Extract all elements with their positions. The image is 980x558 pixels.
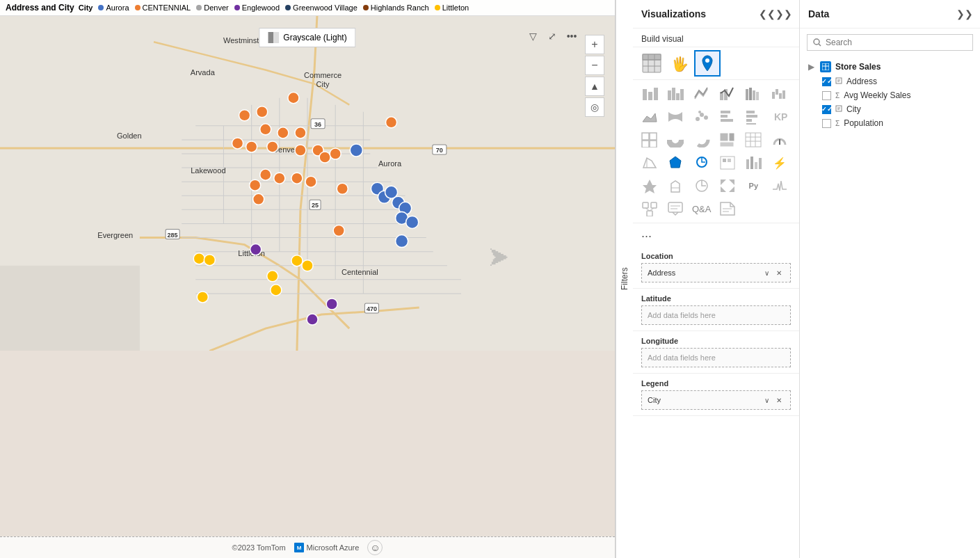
viz-custom1[interactable] — [664, 175, 686, 197]
data-panel-expand[interactable]: ❯❯ — [958, 7, 972, 21]
city-dot-35[interactable] — [302, 260, 313, 271]
city-dot-8[interactable] — [232, 138, 243, 149]
search-input[interactable] — [826, 38, 967, 47]
store-sales-table[interactable]: ▶ Store Sales — [805, 59, 974, 74]
viz-treemap[interactable] — [716, 129, 739, 151]
viz-py[interactable]: Py — [742, 175, 764, 197]
viz-bar-chart[interactable] — [664, 83, 686, 105]
viz-ribbon-chart[interactable] — [742, 83, 764, 105]
viz-map-icon[interactable] — [694, 50, 721, 77]
viz-expand[interactable] — [716, 175, 739, 197]
location-expand[interactable]: ∨ — [761, 267, 772, 278]
filters-panel[interactable]: Filters — [616, 0, 633, 558]
city-dot-37[interactable] — [271, 285, 282, 296]
city-dot-30[interactable] — [396, 235, 408, 248]
viz-waterfall[interactable] — [769, 83, 791, 105]
expand-icon[interactable]: ⤢ — [544, 28, 561, 45]
city-dot-10[interactable] — [267, 141, 278, 152]
city-dot-22[interactable] — [260, 169, 271, 180]
city-dot-13[interactable] — [319, 152, 330, 163]
city-dot-28[interactable] — [253, 193, 264, 205]
field-checkbox[interactable]: ✓ — [822, 77, 831, 86]
city-dot-23[interactable] — [274, 173, 285, 184]
city-dot-39[interactable] — [326, 298, 337, 310]
city-dot-1[interactable] — [239, 110, 250, 121]
city-dot-4[interactable] — [260, 124, 271, 135]
viz-smart-narr[interactable] — [664, 198, 686, 220]
viz-qa[interactable]: Q&A — [691, 198, 713, 220]
field-item-avg-weekly-sales[interactable]: ΣAvg Weekly Sales — [805, 88, 974, 102]
legend-remove[interactable]: ✕ — [773, 394, 785, 406]
viz-decomp[interactable] — [638, 198, 661, 220]
city-dot-7[interactable] — [350, 144, 362, 157]
viz-more-button[interactable]: ... — [633, 223, 799, 246]
viz-custom2[interactable] — [691, 175, 713, 197]
zoom-in-button[interactable]: + — [585, 35, 604, 54]
viz-map2[interactable] — [638, 152, 661, 174]
field-checkbox[interactable]: ✓ — [822, 105, 831, 114]
field-checkbox[interactable] — [822, 119, 831, 128]
viz-lightning[interactable]: ⚡ — [769, 152, 791, 174]
field-checkbox[interactable] — [822, 91, 831, 100]
city-dot-0[interactable] — [288, 93, 299, 104]
filter-icon[interactable]: ▽ — [524, 28, 541, 45]
field-item-address[interactable]: ✓Address — [805, 74, 974, 88]
grayscale-button[interactable]: Grayscale (Light) — [259, 28, 355, 47]
viz-bar3[interactable] — [742, 152, 764, 174]
viz-combo-chart[interactable] — [716, 83, 739, 105]
viz-table2[interactable] — [742, 129, 764, 151]
city-dot-29[interactable] — [333, 225, 344, 236]
city-dot-33[interactable] — [204, 255, 215, 266]
smiley-button[interactable]: ☺ — [367, 540, 383, 555]
city-dot-26[interactable] — [337, 183, 348, 194]
city-dot-5[interactable] — [278, 127, 289, 138]
viz-hand-icon[interactable]: 🖐 — [666, 50, 693, 77]
viz-scatter[interactable] — [691, 106, 713, 128]
legend-field[interactable]: City ∨ ✕ — [641, 390, 791, 410]
viz-matrix[interactable] — [638, 129, 661, 151]
viz-bar-horiz[interactable] — [716, 106, 739, 128]
viz-paginated[interactable] — [716, 198, 739, 220]
viz-donut[interactable] — [691, 129, 713, 151]
city-dot-36[interactable] — [267, 271, 278, 282]
viz-stacked-bar[interactable] — [638, 83, 661, 105]
compass-button[interactable]: ▲ — [585, 77, 604, 96]
latitude-placeholder[interactable]: Add data fields here — [641, 305, 791, 325]
viz-smart[interactable] — [638, 175, 661, 197]
city-dot-27[interactable] — [250, 180, 261, 191]
viz-azure-map[interactable] — [691, 152, 713, 174]
zoom-out-button[interactable]: − — [585, 56, 604, 75]
city-dot-21[interactable] — [406, 216, 419, 228]
city-dot-38[interactable] — [197, 292, 208, 303]
city-dot-6[interactable] — [295, 127, 306, 138]
legend-expand[interactable]: ∨ — [761, 394, 772, 406]
city-dot-25[interactable] — [305, 176, 316, 187]
city-dot-9[interactable] — [246, 141, 257, 152]
viz-gauge[interactable] — [769, 129, 791, 151]
city-dot-2[interactable] — [257, 106, 268, 118]
viz-table-icon[interactable] — [638, 50, 665, 77]
viz-ribbon2[interactable] — [664, 106, 686, 128]
city-dot-24[interactable] — [291, 173, 303, 184]
reset-button[interactable]: ◎ — [585, 97, 604, 117]
city-dot-40[interactable] — [307, 314, 318, 325]
viz-area-chart[interactable] — [638, 106, 661, 128]
location-remove[interactable]: ✕ — [773, 267, 785, 278]
viz-collapse-left[interactable]: ❮❮ — [760, 7, 774, 21]
city-dot-14[interactable] — [330, 148, 341, 159]
viz-donut2[interactable] — [716, 152, 739, 174]
city-dot-31[interactable] — [250, 244, 262, 255]
viz-collapse-right[interactable]: ❯❯ — [777, 7, 791, 21]
longitude-placeholder[interactable]: Add data fields here — [641, 348, 791, 367]
more-icon[interactable]: ••• — [563, 28, 580, 45]
field-item-population[interactable]: ΣPopulation — [805, 116, 974, 130]
viz-bar-horiz2[interactable] — [742, 106, 764, 128]
viz-kpi[interactable]: KPI — [769, 106, 791, 128]
viz-line-chart[interactable] — [691, 83, 713, 105]
city-dot-11[interactable] — [295, 145, 306, 156]
location-field[interactable]: Address ∨ ✕ — [641, 263, 791, 282]
viz-anomaly[interactable] — [769, 175, 791, 197]
viz-filled-map[interactable] — [664, 152, 686, 174]
city-dot-32[interactable] — [193, 253, 204, 264]
viz-pie[interactable] — [664, 129, 686, 151]
